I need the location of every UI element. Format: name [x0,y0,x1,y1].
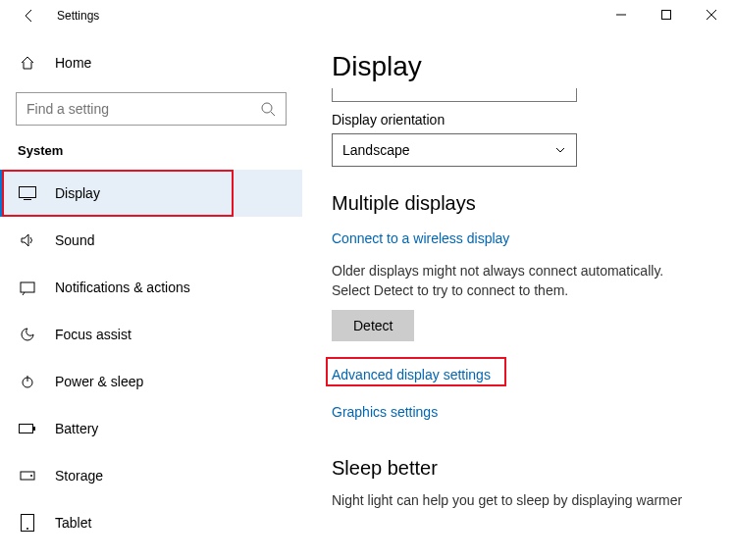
svg-rect-10 [33,427,35,431]
category-label: System [0,139,302,170]
svg-point-14 [26,528,28,530]
window-controls [599,0,734,29]
sidebar-item-sound[interactable]: Sound [0,217,302,264]
sidebar-item-label: Notifications & actions [55,280,190,295]
svg-rect-9 [20,425,33,433]
wireless-display-link[interactable]: Connect to a wireless display [332,230,509,246]
sidebar-item-notifications[interactable]: Notifications & actions [0,264,302,311]
sidebar-item-label: Focus assist [55,327,131,342]
home-nav[interactable]: Home [0,43,302,82]
orientation-label: Display orientation [332,112,705,127]
search-input[interactable] [26,101,260,117]
power-icon [18,374,37,389]
close-button[interactable] [689,0,734,29]
battery-icon [18,423,37,434]
section-bracket [332,88,577,102]
sidebar-item-label: Display [55,185,100,201]
sidebar-item-battery[interactable]: Battery [0,405,302,452]
sidebar-item-tablet[interactable]: Tablet [0,499,302,546]
svg-line-3 [271,112,275,116]
page-title: Display [332,51,705,82]
sidebar-item-storage[interactable]: Storage [0,452,302,499]
graphics-settings-link[interactable]: Graphics settings [332,404,438,420]
content-area: Home System Display [0,31,734,560]
advanced-display-link[interactable]: Advanced display settings [332,367,491,382]
sidebar-item-label: Storage [55,468,103,484]
maximize-button[interactable] [644,0,689,29]
svg-point-2 [262,103,272,113]
search-box[interactable] [16,92,287,126]
home-label: Home [55,55,91,71]
tablet-icon [18,514,37,532]
sidebar-item-display[interactable]: Display [0,170,302,217]
sleep-better-heading: Sleep better [332,457,705,480]
detect-description: Older displays might not always connect … [332,262,685,300]
home-icon [18,55,37,71]
sidebar-item-label: Battery [55,421,98,436]
titlebar: Settings [0,0,734,31]
sleep-description: Night light can help you get to sleep by… [332,491,685,511]
notifications-icon [18,280,37,295]
orientation-value: Landscape [342,142,410,158]
storage-icon [18,468,37,484]
svg-rect-6 [21,282,34,292]
orientation-dropdown[interactable]: Landscape [332,133,577,167]
svg-rect-4 [20,187,36,198]
svg-rect-1 [662,11,671,20]
settings-window: Settings Home [0,0,734,560]
sidebar-item-label: Sound [55,232,94,248]
back-button[interactable] [18,4,41,27]
search-icon [260,101,276,117]
sidebar-item-label: Tablet [55,515,91,531]
minimize-button[interactable] [599,0,644,29]
display-icon [18,186,37,200]
focus-assist-icon [18,327,37,342]
chevron-down-icon [554,144,566,156]
sidebar: Home System Display [0,31,302,560]
main-panel: Display Display orientation Landscape Mu… [302,31,734,560]
sidebar-item-power-sleep[interactable]: Power & sleep [0,358,302,405]
window-title: Settings [57,9,99,23]
sidebar-item-focus-assist[interactable]: Focus assist [0,311,302,358]
detect-button[interactable]: Detect [332,310,414,341]
svg-point-12 [30,475,32,477]
sound-icon [18,232,37,248]
sidebar-item-label: Power & sleep [55,374,143,389]
multiple-displays-heading: Multiple displays [332,192,705,215]
